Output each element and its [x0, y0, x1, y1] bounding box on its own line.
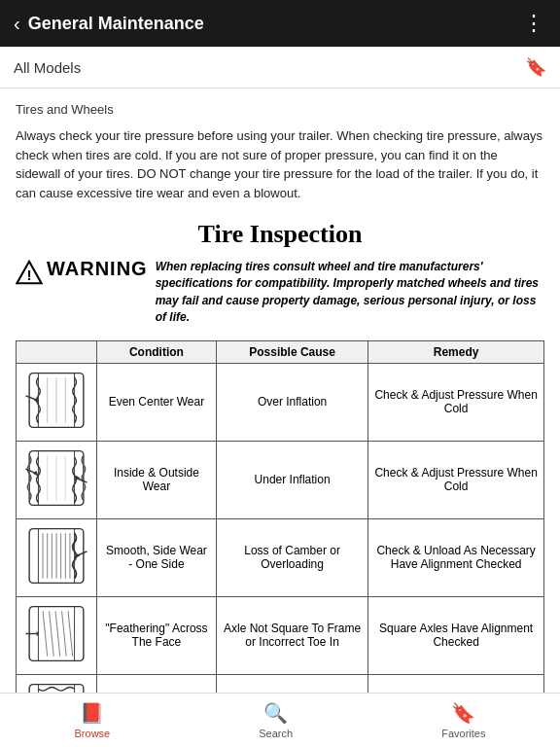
condition-cell: Inside & Outside Wear [97, 441, 217, 518]
warning-triangle-icon: ! [16, 259, 43, 286]
table-row: Smooth, Side Wear - One Side Loss of Cam… [17, 518, 544, 596]
subheader: All Models 🔖 [0, 47, 560, 89]
condition-cell: "Feathering" Across The Face [97, 596, 217, 674]
section-label: Tires and Wheels [16, 102, 544, 117]
col-condition: Condition [97, 340, 217, 363]
inspection-table: Condition Possible Cause Remedy Even Cen… [16, 340, 544, 747]
remedy-cell: Check & Unload As Necessary Have Alignme… [368, 518, 544, 596]
more-options-button[interactable]: ⋮ [523, 11, 546, 36]
svg-line-37 [55, 611, 60, 656]
table-row: Even Center Wear Over Inflation Check & … [17, 363, 544, 441]
intro-text: Always check your tire pressure before u… [16, 126, 544, 202]
tire-image-cell [17, 596, 97, 674]
svg-line-39 [68, 611, 73, 656]
remedy-cell: Square Axles Have Alignment Checked [368, 596, 544, 674]
back-button[interactable]: ‹ [14, 13, 20, 35]
svg-line-36 [50, 611, 54, 656]
table-row: Inside & Outside Wear Under Inflation Ch… [17, 441, 544, 518]
cause-cell: Loss of Camber or Overloading [216, 518, 368, 596]
warning-label: WARNING [47, 259, 148, 278]
svg-text:!: ! [26, 267, 31, 283]
cause-cell: Under Inflation [216, 441, 368, 518]
app-header: ‹ General Maintenance ⋮ [0, 0, 560, 47]
condition-cell: Even Center Wear [97, 363, 217, 441]
browse-icon: 📕 [80, 701, 104, 725]
search-icon: 🔍 [263, 701, 288, 725]
cause-cell: Over Inflation [216, 363, 368, 441]
warning-text: When replacing tires consult wheel and t… [156, 259, 544, 327]
header-title: General Maintenance [28, 14, 204, 34]
bottom-nav: 📕 Browse 🔍 Search 🔖 Favorites [0, 693, 560, 747]
favorites-label: Favorites [441, 728, 485, 739]
col-image [17, 340, 97, 363]
nav-browse[interactable]: 📕 Browse [75, 701, 111, 739]
nav-search[interactable]: 🔍 Search [259, 701, 293, 739]
svg-line-35 [43, 611, 48, 656]
warning-icon-area: ! WARNING [16, 259, 148, 286]
remedy-cell: Check & Adjust Pressure When Cold [368, 363, 544, 441]
tire-image-cell [17, 518, 97, 596]
tire-image-cell [17, 363, 97, 441]
warning-box: ! WARNING When replacing tires consult w… [16, 259, 544, 327]
condition-cell: Smooth, Side Wear - One Side [97, 518, 217, 596]
browse-label: Browse [75, 728, 111, 739]
search-label: Search [259, 728, 293, 739]
col-remedy: Remedy [368, 340, 544, 363]
nav-favorites[interactable]: 🔖 Favorites [441, 701, 485, 739]
cause-cell: Axle Not Square To Frame or Incorrect To… [216, 596, 368, 674]
bookmark-icon[interactable]: 🔖 [525, 56, 546, 78]
svg-line-38 [62, 611, 67, 656]
col-cause: Possible Cause [216, 340, 368, 363]
favorites-icon: 🔖 [451, 701, 475, 725]
tire-image-cell [17, 441, 97, 518]
remedy-cell: Check & Adjust Pressure When Cold [368, 441, 544, 518]
table-header-row: Condition Possible Cause Remedy [17, 340, 544, 363]
main-content: Tires and Wheels Always check your tire … [0, 89, 560, 747]
page-title: Tire Inspection [16, 220, 544, 249]
table-row: "Feathering" Across The Face Axle Not Sq… [17, 596, 544, 674]
header-left: ‹ General Maintenance [14, 13, 204, 35]
model-label: All Models [14, 59, 81, 76]
